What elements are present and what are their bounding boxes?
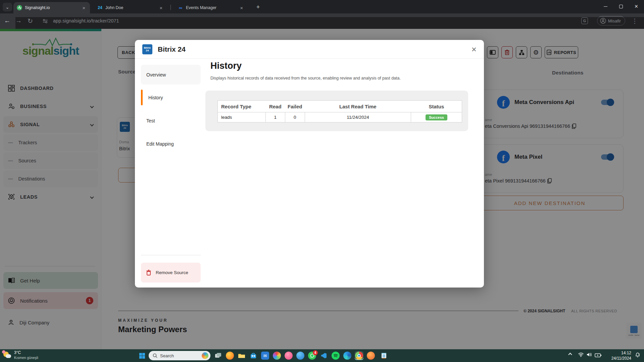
taskbar-app-notepad[interactable]	[380, 351, 388, 360]
window-maximize-button[interactable]	[613, 0, 629, 13]
remove-source-button[interactable]: Remove Source	[141, 263, 201, 282]
column-header: Failed	[285, 101, 305, 112]
modal-nav-overview[interactable]: Overview	[141, 65, 201, 85]
taskbar-weather-widget[interactable]: 3°C Kısmen güneşli	[3, 350, 38, 360]
tab-close-icon[interactable]: ×	[81, 5, 87, 11]
modal-nav-label: Test	[146, 118, 155, 123]
start-button[interactable]	[138, 351, 146, 360]
tray-time: 14:12	[611, 350, 631, 356]
battery-icon	[595, 353, 601, 357]
edge-icon	[343, 352, 351, 360]
app-page: signalsight DASHBOARD BUSINESS SIGNAL — …	[0, 29, 644, 349]
modal-nav-test[interactable]: Test	[141, 111, 201, 131]
meta-favicon-icon: ∞	[178, 5, 183, 10]
whatsapp-icon: 4	[308, 352, 316, 360]
browser-icon	[367, 352, 375, 360]
chrome-icon	[355, 352, 363, 360]
tab-close-icon[interactable]: ×	[158, 5, 164, 11]
modal-title: Bitrix 24	[158, 45, 186, 53]
column-header: Record Type	[218, 101, 266, 112]
cell-failed: 0	[285, 112, 305, 122]
new-tab-button[interactable]: +	[254, 3, 262, 11]
svg-text:z: z	[639, 353, 640, 355]
firefox-icon	[226, 352, 234, 360]
tray-clock[interactable]: 14:12 24/11/2024	[611, 350, 631, 361]
wifi-indicator[interactable]	[578, 352, 584, 358]
chevron-down-icon: ⌄	[6, 5, 9, 10]
taskbar-app-photos[interactable]	[273, 351, 281, 360]
back-button[interactable]: ←	[4, 17, 10, 24]
table-row[interactable]: leads 1 0 11/24/2024 Success	[218, 112, 462, 122]
modal-close-icon[interactable]: ×	[472, 45, 477, 54]
windows-logo-icon	[139, 353, 145, 359]
taskbar-app-browser[interactable]	[366, 351, 375, 360]
tab-john-doe[interactable]: 24 John Doe ×	[94, 2, 167, 13]
search-placeholder: Search	[160, 353, 174, 358]
modal-nav-label: Edit Mapping	[146, 141, 174, 147]
notification-center-button[interactable]: z	[635, 352, 641, 360]
weather-icon	[3, 351, 11, 360]
cell-status: Success	[411, 112, 462, 122]
mail-icon: ✉	[261, 352, 269, 360]
table-header-row: Record Type Read Failed Last Read Time S…	[218, 101, 462, 112]
forward-button[interactable]: →	[15, 17, 644, 29]
taskbar-app-mail[interactable]: ✉	[261, 351, 269, 360]
signalsight-favicon-icon	[17, 5, 22, 10]
tray-date: 24/11/2024	[611, 356, 631, 361]
modal-header: Bitrix 24 Bitrix 24 ×	[135, 40, 484, 59]
modal-section-description: Displays historical records of data rece…	[210, 76, 401, 81]
history-table: Record Type Read Failed Last Read Time S…	[217, 100, 462, 122]
bitrix24-favicon-icon: 24	[97, 5, 103, 10]
tab-title: Events Manager	[186, 5, 236, 10]
taskbar-app-skype[interactable]	[296, 351, 305, 360]
modal-nav-history[interactable]: History	[141, 88, 201, 107]
taskbar-app-taskview[interactable]	[214, 351, 222, 360]
folder-icon	[238, 353, 245, 359]
tab-title: John Doe	[105, 5, 156, 10]
window-minimize-button[interactable]	[598, 0, 613, 13]
history-table-container: Record Type Read Failed Last Read Time S…	[205, 91, 468, 131]
tab-events-manager[interactable]: ∞ Events Manager ×	[175, 2, 248, 13]
tab-title: Signalsight.io	[25, 5, 79, 10]
modal-nav-edit-mapping[interactable]: Edit Mapping	[141, 134, 201, 154]
taskbar-app-vscode[interactable]	[319, 351, 328, 360]
music-icon	[285, 352, 293, 360]
taskbar-app-spotify[interactable]	[331, 351, 340, 360]
modal-section-heading: History	[210, 61, 242, 71]
taskbar-app-music[interactable]	[284, 351, 293, 360]
tray-expand-button[interactable]	[569, 353, 572, 357]
cell-read: 1	[265, 112, 285, 122]
skype-icon	[296, 352, 304, 360]
taskbar-app-chrome-active[interactable]	[355, 351, 363, 360]
battery-indicator[interactable]	[595, 353, 601, 359]
cell-record-type: leads	[218, 112, 266, 122]
tab-separator	[170, 5, 171, 10]
bing-orb-icon	[202, 352, 208, 359]
taskbar-app-explorer[interactable]	[237, 351, 246, 360]
chevron-up-icon	[568, 353, 572, 356]
tab-search-button[interactable]: ⌄	[3, 3, 12, 11]
notepad-icon	[381, 352, 387, 359]
tab-signalsight[interactable]: Signalsight.io ×	[13, 2, 90, 13]
taskbar-search-box[interactable]: Search	[149, 351, 210, 360]
bell-z-icon: z	[635, 352, 641, 358]
modal-nav-label: Overview	[146, 72, 166, 77]
search-icon	[153, 353, 157, 358]
window-close-button[interactable]: ×	[629, 0, 644, 13]
store-icon	[250, 353, 256, 359]
column-header: Status	[411, 101, 462, 112]
column-header: Read	[265, 101, 285, 112]
taskbar-app-whatsapp[interactable]: 4	[308, 351, 316, 360]
taskbar-app-edge[interactable]	[343, 351, 352, 360]
active-indicator-bar	[141, 90, 143, 105]
taskbar-app-store[interactable]	[249, 351, 258, 360]
maximize-icon	[619, 5, 623, 8]
volume-indicator[interactable]	[587, 352, 592, 358]
trash-icon	[146, 270, 151, 275]
modal-nav-divider	[141, 255, 201, 255]
source-detail-modal: Bitrix 24 Bitrix 24 × Overview History T…	[135, 40, 484, 288]
whatsapp-badge: 4	[313, 350, 318, 355]
taskbar-app-firefox[interactable]	[226, 351, 234, 360]
tab-close-icon[interactable]: ×	[239, 5, 244, 11]
remove-source-label: Remove Source	[156, 270, 188, 275]
